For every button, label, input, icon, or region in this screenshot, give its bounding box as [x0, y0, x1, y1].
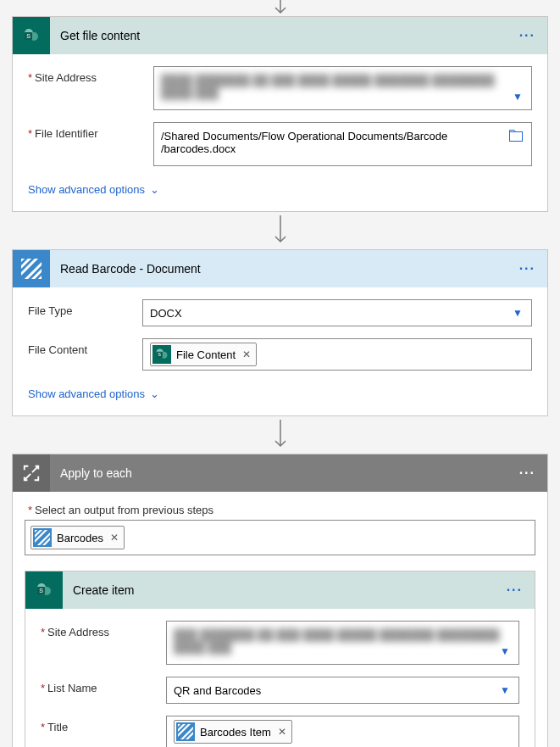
show-advanced-options-link[interactable]: Show advanced options ⌄	[28, 178, 159, 206]
card-title: Apply to each	[50, 466, 507, 480]
site-address-input[interactable]: ████ ███████ ██ ███ ████ █████ ███████ █…	[153, 66, 532, 110]
card-header[interactable]: S Get file content ···	[13, 17, 547, 54]
action-card-create-item: S Create item ··· *Site Address ███ ████…	[25, 571, 535, 747]
flow-arrow-icon	[269, 215, 291, 246]
show-advanced-options-link[interactable]: Show advanced options ⌄	[28, 382, 159, 410]
field-label-file-identifier: *File Identifier	[28, 122, 153, 140]
card-menu-button[interactable]: ···	[507, 465, 547, 481]
select-output-input[interactable]: Barcodes ✕	[25, 520, 535, 555]
chevron-down-icon: ▼	[513, 91, 523, 103]
flow-arrow-icon	[269, 420, 291, 450]
card-header[interactable]: Read Barcode - Document ···	[13, 250, 547, 287]
encodian-icon	[13, 250, 50, 287]
file-content-input[interactable]: S File Content ✕	[142, 338, 532, 371]
chevron-down-icon: ⌄	[150, 183, 159, 196]
svg-text:S: S	[26, 33, 30, 39]
action-card-read-barcode: Read Barcode - Document ··· File Type DO…	[12, 249, 548, 416]
chevron-down-icon: ▼	[500, 684, 510, 696]
token-remove-icon[interactable]: ✕	[242, 348, 251, 360]
dynamic-content-token[interactable]: Barcodes Item ✕	[174, 720, 292, 744]
token-remove-icon[interactable]: ✕	[278, 726, 286, 738]
sharepoint-icon: S	[13, 17, 50, 54]
sharepoint-icon: S	[25, 571, 63, 609]
field-label-site-address: *Site Address	[41, 621, 166, 638]
field-label-select-output: *Select an output from previous steps	[28, 504, 535, 516]
folder-picker-icon[interactable]	[509, 130, 523, 144]
svg-rect-5	[21, 259, 42, 279]
card-title: Create item	[63, 583, 495, 597]
action-card-apply-to-each: Apply to each ··· *Select an output from…	[12, 454, 548, 747]
card-title: Read Barcode - Document	[50, 262, 507, 276]
file-type-select[interactable]: DOCX ▼	[142, 299, 532, 326]
card-header[interactable]: S Create item ···	[25, 571, 535, 609]
file-identifier-input[interactable]: /Shared Documents/Flow Operational Docum…	[153, 122, 532, 166]
title-input[interactable]: Barcodes Item ✕	[166, 716, 519, 747]
svg-rect-4	[510, 132, 523, 142]
chevron-down-icon: ⌄	[150, 387, 159, 400]
flow-arrow-icon	[269, 0, 291, 17]
token-remove-icon[interactable]: ✕	[110, 532, 119, 544]
encodian-icon	[33, 528, 52, 547]
field-label-file-type: File Type	[28, 299, 142, 317]
field-label-list-name: *List Name	[41, 677, 166, 694]
card-title: Get file content	[50, 29, 507, 42]
encodian-icon	[176, 722, 195, 741]
svg-rect-10	[35, 530, 50, 545]
card-menu-button[interactable]: ···	[507, 28, 547, 43]
card-header[interactable]: Apply to each ···	[13, 454, 547, 492]
field-label-site-address: *Site Address	[28, 66, 153, 84]
svg-rect-15	[178, 724, 193, 739]
dynamic-content-token[interactable]: Barcodes ✕	[30, 526, 125, 549]
dynamic-content-token[interactable]: S File Content ✕	[150, 343, 257, 366]
site-address-input[interactable]: ███ ███████ ██ ███ ████ █████ ███████ ██…	[166, 621, 519, 665]
loop-icon	[13, 454, 50, 492]
card-menu-button[interactable]: ···	[495, 583, 535, 598]
card-menu-button[interactable]: ···	[507, 261, 547, 276]
action-card-get-file-content: S Get file content ··· *Site Address ███…	[12, 16, 548, 212]
field-label-title: *Title	[41, 716, 166, 733]
chevron-down-icon: ▼	[513, 307, 523, 319]
list-name-select[interactable]: QR and Barcodes ▼	[166, 677, 519, 704]
svg-text:S: S	[39, 588, 43, 594]
svg-text:S: S	[158, 352, 161, 357]
chevron-down-icon: ▼	[500, 645, 510, 657]
field-label-file-content: File Content	[28, 338, 142, 356]
sharepoint-icon: S	[152, 345, 171, 364]
